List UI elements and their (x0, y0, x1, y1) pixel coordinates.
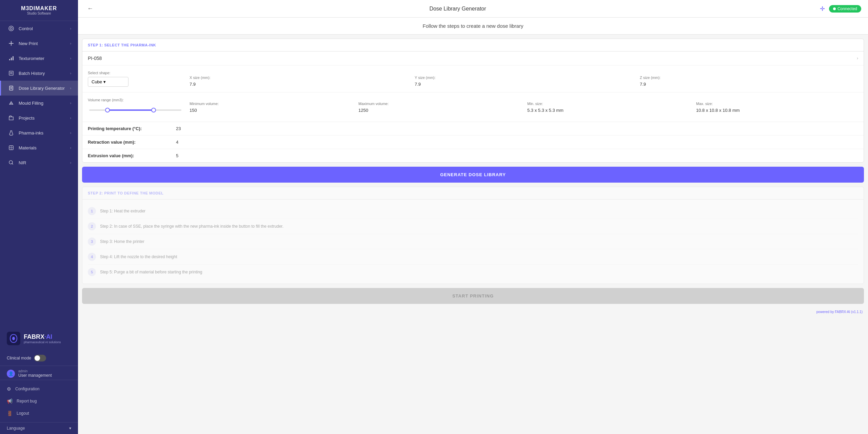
volume-slider[interactable] (88, 104, 183, 116)
svg-point-0 (9, 26, 14, 31)
svg-rect-6 (9, 86, 13, 90)
fabrx-logo: FABRX·AI pharmaceutical AI solutions (0, 325, 78, 352)
brand-title: M3DIMAKER (7, 5, 71, 12)
control-icon (8, 25, 15, 32)
nav-control-label: Control (19, 26, 70, 31)
nav-configuration[interactable]: ⚙ Configuration (0, 383, 78, 395)
svg-rect-5 (9, 71, 13, 75)
nav-dose-library[interactable]: Dose Library Generator › (0, 81, 78, 96)
generate-dose-library-button[interactable]: GENERATE DOSE LIBRARY (82, 167, 864, 183)
language-chevron: ▾ (69, 426, 71, 431)
svg-point-1 (10, 27, 12, 29)
main-area: ← Dose Library Generator ✛ Connected Fol… (78, 0, 868, 434)
step2-item-4: 4 Step 4: Lift the nozzle to the desired… (88, 249, 858, 265)
nav-control[interactable]: Control › (0, 21, 78, 36)
x-size-label: X size (mm): (190, 76, 408, 80)
x-size-field: X size (mm): 7.9 (190, 76, 408, 87)
max-volume-field: Maximum volume: 1250 (358, 102, 520, 113)
nav-texturometer-arrow: › (70, 57, 71, 60)
pharma-ink-row[interactable]: PI-058 › (82, 51, 864, 65)
brand-sub: Studio Software (7, 12, 71, 15)
user-management-label[interactable]: User management (18, 373, 52, 378)
volume-range-label: Volume range (mm3): (88, 98, 183, 102)
printing-temp-row: Printing temperature (°C): 23 (82, 122, 864, 136)
step-num-3: 3 (88, 237, 96, 246)
extrusion-value: 5 (176, 153, 178, 158)
step1-header: Step 1: Select the Pharma-Ink (82, 39, 864, 51)
step2-item-5: 5 Step 5: Purge a bit of material before… (88, 265, 858, 280)
texturometer-icon (8, 55, 15, 62)
language-selector[interactable]: Language ▾ (0, 422, 78, 434)
min-volume-field: Minimum volume: 150 (190, 102, 352, 113)
nav-texturometer[interactable]: Texturometer › (0, 51, 78, 66)
min-size-field: Min. size: 5.3 x 5.3 x 5.3 mm (527, 102, 689, 113)
nav-new-print[interactable]: New Print › (0, 36, 78, 51)
report-bug-label: Report bug (17, 399, 37, 404)
topbar-right: ✛ Connected (820, 5, 861, 13)
extrusion-row: Extrusion value (mm): 5 (82, 149, 864, 162)
nav-logout[interactable]: 🚪 Logout (0, 407, 78, 419)
nav-mould-filling-arrow: › (70, 101, 71, 105)
z-size-value: 7.9 (640, 82, 858, 87)
powered-by-text: powered by (816, 310, 834, 314)
shape-size-row: Select shape: Cube ▾ X size (mm): 7.9 Y … (82, 65, 864, 92)
step-num-2: 2 (88, 222, 96, 230)
y-size-value: 7.9 (415, 82, 633, 87)
admin-section: 👤 admin User management (0, 367, 78, 380)
connected-badge: Connected (829, 5, 861, 13)
max-size-field: Max. size: 10.8 x 10.8 x 10.8 mm (696, 102, 858, 113)
nav-report-bug[interactable]: 📢 Report bug (0, 395, 78, 407)
clinical-mode-toggle[interactable] (34, 355, 46, 361)
projects-icon (8, 115, 15, 121)
materials-icon (8, 144, 15, 151)
report-bug-icon: 📢 (7, 398, 13, 404)
nav-materials-arrow: › (70, 146, 71, 150)
nav-texturometer-label: Texturometer (19, 56, 70, 61)
step-num-4: 4 (88, 253, 96, 261)
max-volume-value: 1250 (358, 108, 520, 113)
target-icon[interactable]: ✛ (820, 5, 825, 13)
y-size-label: Y size (mm): (415, 76, 633, 80)
admin-avatar: 👤 (7, 370, 15, 378)
volume-range-field: Volume range (mm3): (88, 98, 183, 116)
max-size-label: Max. size: (696, 102, 858, 106)
nir-icon (8, 159, 15, 166)
logo-sub-text: pharmaceutical AI solutions (24, 340, 61, 344)
pharma-inks-icon (8, 129, 15, 136)
pharma-ink-expand-icon: › (857, 56, 858, 61)
nav-batch-history[interactable]: Batch History › (0, 66, 78, 81)
x-size-value: 7.9 (190, 82, 408, 87)
retraction-row: Retraction value (mm): 4 (82, 136, 864, 149)
back-button[interactable]: ← (85, 3, 96, 14)
step-num-1: 1 (88, 207, 96, 215)
nav-mould-filling[interactable]: Mould Filling › (0, 96, 78, 110)
nav-nir[interactable]: NIR › (0, 155, 78, 170)
step2-text-3: Step 3: Home the printer (100, 239, 858, 244)
nav-projects[interactable]: Projects › (0, 110, 78, 125)
step2-header: Step 2: Print to Define the Model (82, 187, 864, 200)
svg-rect-2 (9, 59, 10, 60)
nav-pharma-inks-label: Pharma-inks (19, 130, 70, 136)
start-printing-button[interactable]: START PRINTING (82, 288, 864, 304)
step2-text-1: Step 1: Heat the extruder (100, 209, 858, 213)
clinical-mode-label: Clinical mode (7, 356, 31, 360)
nav-dose-library-arrow: › (70, 86, 71, 90)
shape-select[interactable]: Cube ▾ (88, 77, 129, 87)
min-volume-value: 150 (190, 108, 352, 113)
content-area: Follow the steps to create a new dose li… (78, 18, 868, 434)
step1-section: Step 1: Select the Pharma-Ink PI-058 › S… (82, 39, 864, 163)
printing-temp-value: 23 (176, 126, 181, 131)
connected-label: Connected (837, 6, 857, 11)
nav-materials[interactable]: Materials › (0, 140, 78, 155)
nav-mould-filling-label: Mould Filling (19, 101, 70, 106)
logo-main-text: FABRX·AI (24, 333, 61, 340)
min-volume-label: Minimum volume: (190, 102, 352, 106)
printing-temp-label: Printing temperature (°C): (88, 126, 176, 131)
retraction-label: Retraction value (mm): (88, 140, 176, 145)
nav-pharma-inks[interactable]: Pharma-inks › (0, 125, 78, 140)
step2-item-3: 3 Step 3: Home the printer (88, 234, 858, 249)
nav-nir-arrow: › (70, 161, 71, 165)
brand-header: M3DIMAKER Studio Software (0, 0, 78, 21)
min-size-label: Min. size: (527, 102, 689, 106)
version-text: (v1.1.1) (851, 310, 863, 314)
